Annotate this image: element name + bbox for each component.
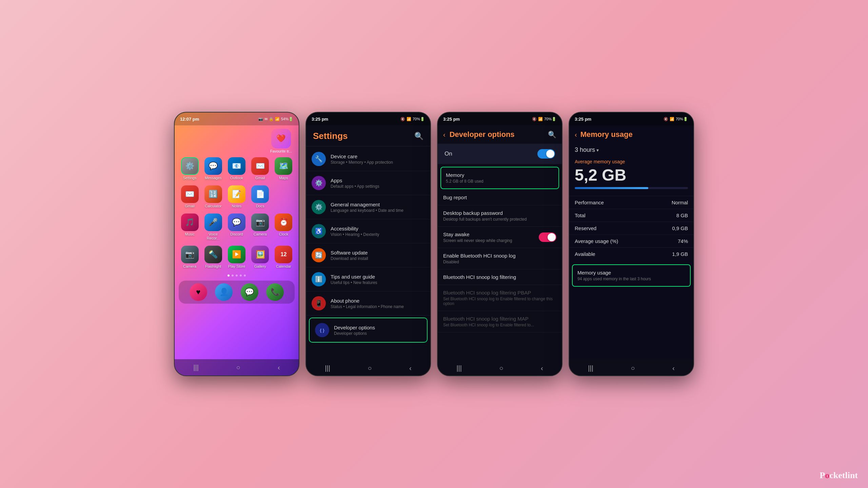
app-messages[interactable]: 💬 Messages — [202, 157, 224, 180]
bug-report-item[interactable]: Bug report — [438, 190, 562, 205]
app-calendar[interactable]: 12 Calendar — [273, 246, 295, 268]
memory-usage-card[interactable]: Memory usage 94 apps used memory in the … — [572, 264, 691, 287]
phone2-nav-recent[interactable]: ||| — [325, 364, 330, 372]
phone3-nav-home[interactable]: ○ — [499, 364, 503, 372]
phone2-nav-home[interactable]: ○ — [368, 364, 372, 372]
phone4-nav-recent[interactable]: ||| — [588, 364, 593, 372]
phone1-camera-icon: 📷 — [258, 117, 263, 121]
desktop-backup-item[interactable]: Desktop backup password Desktop full bac… — [438, 205, 562, 227]
phone1-time: 12:07 pm — [180, 117, 199, 122]
settings-item-software[interactable]: 🔄 Software update Download and install — [306, 243, 430, 267]
stat-row-performance: Performance Normal — [569, 196, 693, 209]
phone4-nav-back[interactable]: ‹ — [672, 364, 675, 372]
app-gmail[interactable]: ✉️ Gmail — [249, 157, 271, 180]
stay-awake-item[interactable]: Stay awake Screen will never sleep while… — [438, 227, 562, 248]
phone1-status-bar: 12:07 pm 📷 ✉ 🔒 📶 54%🔋 — [175, 113, 299, 125]
app-calculator-label: Calculator — [205, 204, 222, 208]
app-flashlight[interactable]: 🔦 Flashlight — [202, 246, 224, 268]
accessibility-subtitle: Vision • Hearing • Dexterity — [331, 232, 379, 237]
nav-home-button[interactable]: ○ — [236, 364, 240, 371]
settings-item-general[interactable]: ⚙️ General management Language and keybo… — [306, 195, 430, 219]
nav-back-button[interactable]: ‹ — [278, 364, 280, 371]
stay-awake-toggle-knob — [548, 233, 556, 241]
app-music[interactable]: 🎵 Music — [179, 214, 201, 240]
apps-title: Apps — [331, 178, 379, 183]
memory-highlighted-card[interactable]: Memory 5.2 GB of 8 GB used — [440, 167, 559, 189]
app-notes[interactable]: 📝 Notes — [225, 185, 248, 208]
apps-subtitle: Default apps • App settings — [331, 184, 379, 189]
app-camera2[interactable]: 📷 Camera — [179, 246, 201, 268]
phone3-mute-icon: 🔇 — [532, 117, 537, 121]
performance-value: Normal — [672, 200, 688, 205]
app-gallery[interactable]: 🖼️ Gallery — [249, 246, 271, 268]
accessibility-title: Accessibility — [331, 226, 379, 231]
memory-usage-card-subtitle: 94 apps used memory in the last 3 hours — [577, 277, 685, 281]
phone3-nav-back[interactable]: ‹ — [541, 364, 543, 372]
settings-item-tips[interactable]: ℹ️ Tips and user guide Useful tips • New… — [306, 267, 430, 291]
dock-phone-app[interactable]: 📞 — [266, 283, 284, 301]
software-title: Software update — [331, 250, 368, 256]
stat-row-available: Available 1,9 GB — [569, 247, 693, 260]
page-dot-5 — [244, 274, 246, 277]
memory-title: Memory — [446, 172, 554, 178]
app-clock[interactable]: ⏰ Clock — [273, 214, 295, 240]
developer-options-highlighted[interactable]: { } Developer options Developer options — [309, 318, 428, 343]
phone3-nav-recent[interactable]: ||| — [456, 364, 462, 372]
settings-item-apps[interactable]: ⚙️ Apps Default apps • App settings — [306, 171, 430, 195]
phone1-status-icons: 📷 ✉ 🔒 📶 54%🔋 — [258, 117, 293, 121]
bt-snoop-item[interactable]: Enable Bluetooth HCI snoop log Disabled — [438, 248, 562, 269]
app-settings[interactable]: ⚙️ Settings — [179, 157, 201, 180]
dock-contacts-app[interactable]: 👤 — [215, 283, 233, 301]
bt-map-subtitle: Set Bluetooth HCI snoop log to Enable fi… — [443, 323, 556, 327]
memory-big-number: 5,2 GB — [569, 166, 693, 187]
developer-options-icon: { } — [315, 323, 329, 337]
app-voice-recorder[interactable]: 🎤 Voice Recor... — [202, 214, 224, 240]
about-subtitle: Status • Legal information • Phone name — [331, 304, 404, 309]
bt-map-title: Bluetooth HCI snoop log filtering MAP — [443, 316, 556, 322]
settings-search-icon[interactable]: 🔍 — [414, 132, 423, 141]
app-discord[interactable]: 💬 Discord — [225, 214, 248, 240]
dev-search-icon[interactable]: 🔍 — [548, 130, 556, 139]
time-filter-row[interactable]: 3 hours ▾ — [569, 144, 693, 159]
phone2-nav-back[interactable]: ‹ — [409, 364, 412, 372]
accessibility-icon: ♿ — [312, 224, 326, 238]
app-camera[interactable]: 📷 Camera — [249, 214, 271, 240]
developer-on-toggle[interactable] — [537, 149, 555, 159]
desktop-backup-title: Desktop backup password — [443, 210, 556, 216]
bt-pbap-item: Bluetooth HCI snoop log filtering PBAP S… — [438, 285, 562, 311]
bt-filtering-item[interactable]: Bluetooth HCI snoop log filtering — [438, 269, 562, 285]
dev-back-icon[interactable]: ‹ — [443, 131, 446, 139]
phone4-memory-usage: 3:25 pm 🔇 📶 70%🔋 ‹ Memory usage 3 hours … — [569, 112, 694, 376]
app-maps[interactable]: 🗺️ Maps — [273, 157, 295, 180]
phone2-signal-icon: 📶 — [407, 117, 411, 121]
settings-item-device-care[interactable]: 🔧 Device care Storage • Memory • App pro… — [306, 147, 430, 171]
bt-snoop-subtitle: Disabled — [443, 260, 556, 264]
page-dot-3 — [236, 274, 238, 277]
dock-brand-app[interactable]: ♥ — [190, 283, 207, 301]
app-gmail2-label: Gmail — [185, 204, 195, 208]
fav-app[interactable]: ❤️ Favourite tr... — [270, 129, 292, 153]
phone1-battery: 54%🔋 — [281, 117, 293, 121]
app-gmail2[interactable]: ✉️ Gmail — [179, 185, 201, 208]
nav-recent-button[interactable]: ||| — [193, 364, 199, 371]
app-docs[interactable]: 📄 Docs — [249, 185, 271, 208]
dock-whatsapp-app[interactable]: 💬 — [241, 283, 258, 301]
app-music-label: Music — [185, 232, 195, 236]
app-outlook[interactable]: 📧 Outlook — [225, 157, 248, 180]
phone1-signal-icon: 📶 — [275, 117, 280, 121]
stay-awake-toggle[interactable] — [539, 232, 556, 242]
device-care-icon: 🔧 — [312, 152, 326, 166]
app-calculator[interactable]: 🔢 Calculator — [202, 185, 224, 208]
app-calendar-label: Calendar — [276, 264, 291, 268]
tips-subtitle: Useful tips • New features — [331, 280, 377, 285]
settings-list: 🔧 Device care Storage • Memory • App pro… — [306, 147, 430, 359]
software-subtitle: Download and install — [331, 256, 368, 261]
settings-item-about[interactable]: 📱 About phone Status • Legal information… — [306, 291, 430, 316]
bt-map-item: Bluetooth HCI snoop log filtering MAP Se… — [438, 311, 562, 332]
memory-back-icon[interactable]: ‹ — [575, 131, 577, 139]
dev-options-title: Developer options — [450, 130, 544, 139]
app-voice-recorder-label: Voice Recor... — [202, 232, 224, 240]
settings-item-accessibility[interactable]: ♿ Accessibility Vision • Hearing • Dexte… — [306, 219, 430, 243]
phone4-nav-home[interactable]: ○ — [631, 364, 635, 372]
app-playstore[interactable]: ▶️ Play Store — [225, 246, 248, 268]
